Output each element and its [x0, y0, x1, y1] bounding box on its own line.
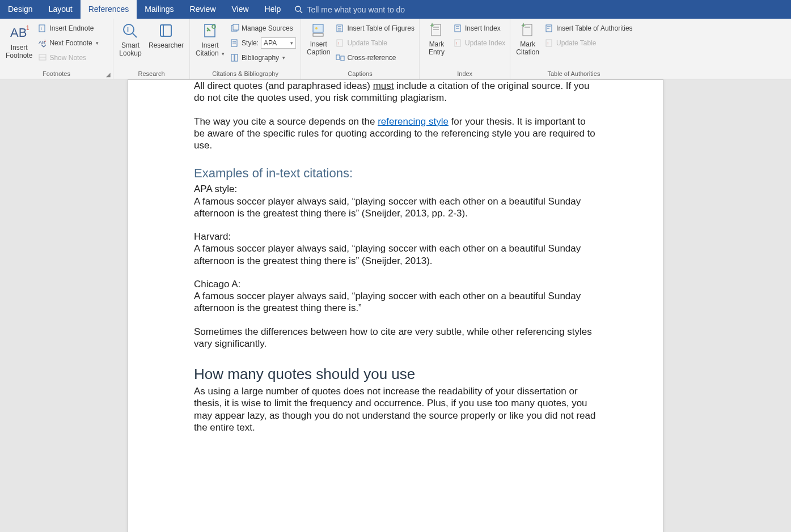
tab-review[interactable]: Review — [182, 0, 224, 19]
group-citations: Insert Citation ▾ Manage Sources Style: … — [190, 19, 301, 79]
body-paragraph[interactable]: A famous soccer player always said, “pla… — [194, 195, 597, 220]
next-footnote-icon: AB1 — [38, 39, 47, 48]
insert-endnote-button[interactable]: i Insert Endnote — [36, 22, 100, 35]
svg-text:1: 1 — [44, 39, 46, 42]
insert-footnote-button[interactable]: AB1 Insert Footnote — [2, 20, 36, 69]
show-notes-button[interactable]: Show Notes — [36, 52, 100, 64]
svg-text:+: + — [430, 22, 434, 29]
svg-line-11 — [133, 33, 137, 37]
group-citations-label: Citations & Bibliography — [192, 69, 298, 79]
insert-index-icon — [454, 24, 463, 33]
svg-text:i: i — [41, 26, 42, 31]
cross-reference-button[interactable]: Cross-reference — [333, 52, 417, 64]
chevron-down-icon: ▾ — [96, 38, 99, 48]
svg-rect-26 — [313, 33, 323, 36]
body-paragraph[interactable]: APA style: — [194, 183, 597, 195]
update-icon: ! — [336, 39, 345, 48]
tab-view[interactable]: View — [224, 0, 257, 19]
svg-text:i: i — [127, 26, 129, 33]
body-paragraph[interactable]: Chicago A: — [194, 278, 597, 290]
update-toa-label: Update Table — [556, 38, 597, 48]
mark-citation-button[interactable]: + Mark Citation — [513, 20, 543, 69]
show-notes-label: Show Notes — [49, 53, 86, 63]
text-underlined: must — [373, 80, 394, 91]
body-paragraph[interactable]: As using a large number of quotes does n… — [194, 385, 597, 433]
insert-footnote-label: Insert Footnote — [6, 44, 32, 59]
document-area[interactable]: All direct quotes (and paraphrased ideas… — [0, 79, 791, 532]
body-paragraph[interactable]: Sometimes the differences between how to… — [194, 326, 597, 350]
chevron-down-icon: ▾ — [290, 38, 293, 48]
update-index-icon: ! — [454, 39, 463, 48]
group-toa: + Mark Citation Insert Table of Authorit… — [510, 19, 637, 79]
cross-reference-label: Cross-reference — [347, 53, 396, 63]
svg-line-1 — [300, 11, 302, 13]
style-combo[interactable]: APA ▾ — [261, 37, 296, 49]
tab-mailings[interactable]: Mailings — [137, 0, 181, 19]
heading-examples[interactable]: Examples of in-text citations: — [194, 166, 597, 181]
text-run: The way you cite a source depends on the — [194, 116, 378, 127]
document-page[interactable]: All direct quotes (and paraphrased ideas… — [128, 79, 663, 532]
update-index-label: Update Index — [465, 38, 505, 48]
citation-style-control[interactable]: Style: APA ▾ — [228, 37, 298, 49]
smart-lookup-button[interactable]: i Smart Lookup — [116, 20, 145, 69]
tab-references[interactable]: References — [81, 0, 137, 19]
svg-text:AB: AB — [10, 25, 27, 40]
group-index-label: Index — [422, 69, 507, 79]
style-icon — [230, 39, 239, 48]
body-paragraph[interactable]: The way you cite a source depends on the… — [194, 116, 597, 152]
insert-tof-label: Insert Table of Figures — [347, 23, 414, 33]
insert-citation-button[interactable]: Insert Citation ▾ — [192, 20, 228, 69]
svg-rect-23 — [235, 54, 238, 61]
body-paragraph[interactable]: Harvard: — [194, 231, 597, 242]
svg-rect-14 — [163, 25, 171, 36]
svg-point-0 — [295, 6, 301, 11]
body-paragraph[interactable]: A famous soccer player always said, “pla… — [194, 242, 597, 267]
update-table-captions-button[interactable]: ! Update Table — [333, 37, 417, 49]
heading-how-many[interactable]: How many quotes should you use — [194, 365, 597, 383]
endnote-icon: i — [38, 24, 47, 33]
cross-ref-icon — [336, 53, 345, 62]
search-icon — [294, 5, 303, 14]
svg-rect-34 — [341, 56, 344, 61]
mark-citation-label: Mark Citation — [516, 40, 539, 56]
group-captions: Insert Caption Insert Table of Figures !… — [301, 19, 420, 79]
bibliography-label: Bibliography — [242, 53, 279, 63]
insert-tof-button[interactable]: Insert Table of Figures — [333, 22, 417, 35]
svg-rect-18 — [233, 24, 239, 30]
manage-sources-button[interactable]: Manage Sources — [228, 22, 298, 35]
mark-entry-button[interactable]: + Mark Entry — [422, 20, 451, 69]
insert-toa-button[interactable]: Insert Table of Authorities — [543, 22, 635, 35]
style-combo-value: APA — [264, 38, 277, 48]
insert-caption-label: Insert Caption — [307, 40, 330, 56]
update-table-captions-label: Update Table — [347, 38, 387, 48]
footnotes-launcher[interactable]: ◢ — [106, 71, 111, 78]
next-footnote-button[interactable]: AB1 Next Footnote ▾ — [36, 37, 100, 49]
researcher-button[interactable]: Researcher — [145, 20, 187, 69]
manage-sources-icon — [230, 24, 239, 33]
group-footnotes: AB1 Insert Footnote i Insert Endnote AB1… — [0, 19, 113, 79]
insert-caption-button[interactable]: Insert Caption — [303, 20, 333, 69]
tab-design[interactable]: Design — [0, 0, 41, 19]
body-paragraph[interactable]: All direct quotes (and paraphrased ideas… — [194, 80, 597, 104]
update-index-button[interactable]: ! Update Index — [451, 37, 507, 49]
svg-point-25 — [315, 27, 318, 29]
svg-text:!: ! — [456, 41, 458, 46]
insert-index-button[interactable]: Insert Index — [451, 22, 507, 35]
tell-me-input[interactable] — [307, 5, 443, 14]
insert-toa-icon — [545, 24, 554, 33]
bibliography-button[interactable]: Bibliography ▾ — [228, 52, 298, 64]
group-footnotes-label: Footnotes — [2, 69, 111, 79]
body-paragraph[interactable]: A famous soccer player always said, “pla… — [194, 290, 597, 314]
next-footnote-label: Next Footnote — [49, 38, 92, 48]
tof-icon — [336, 24, 345, 33]
tab-layout[interactable]: Layout — [41, 0, 81, 19]
tell-me-search[interactable] — [294, 5, 443, 14]
style-label: Style: — [242, 38, 259, 48]
update-toa-button[interactable]: ! Update Table — [543, 37, 635, 49]
insert-toa-label: Insert Table of Authorities — [556, 23, 633, 33]
tab-help[interactable]: Help — [257, 0, 289, 19]
smart-lookup-label: Smart Lookup — [119, 41, 141, 57]
svg-text:!: ! — [338, 41, 340, 46]
bibliography-icon — [230, 53, 239, 62]
hyperlink-referencing-style[interactable]: referencing style — [378, 116, 449, 127]
